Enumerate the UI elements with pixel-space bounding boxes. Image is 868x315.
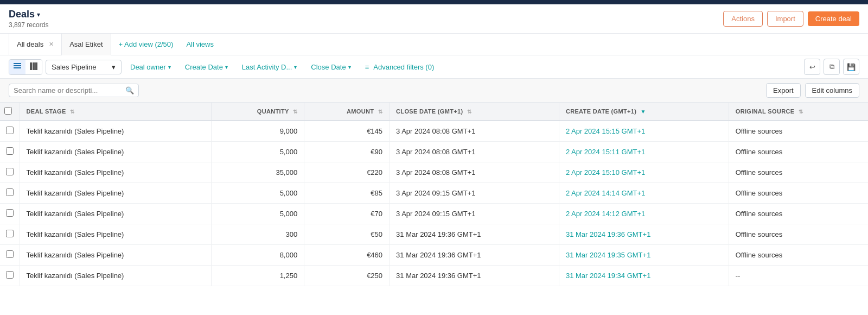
row-create-date[interactable]: 31 Mar 2024 19:36 GMT+1: [559, 224, 729, 245]
search-input-wrap[interactable]: 🔍: [9, 84, 139, 97]
header-checkbox-cell: [0, 103, 20, 121]
row-create-date[interactable]: 2 Apr 2024 14:12 GMT+1: [559, 204, 729, 224]
row-deal-stage: Teklif kazanıldı (Sales Pipeline): [20, 142, 211, 162]
row-create-date[interactable]: 31 Mar 2024 19:35 GMT+1: [559, 245, 729, 266]
row-checkbox[interactable]: [6, 147, 14, 155]
edit-columns-button[interactable]: Edit columns: [805, 83, 859, 98]
title-dropdown-icon[interactable]: ▾: [37, 11, 40, 18]
col-close-date-sort-icon: ⇅: [467, 109, 471, 115]
last-activity-filter[interactable]: Last Activity D... ▾: [237, 60, 302, 74]
row-deal-stage: Teklif kazanıldı (Sales Pipeline): [20, 266, 211, 286]
actions-button[interactable]: Actions: [723, 11, 763, 27]
col-deal-stage-label: DEAL STAGE: [27, 108, 66, 115]
col-original-source[interactable]: ORIGINAL SOURCE ⇅: [729, 103, 868, 121]
row-deal-stage: Teklif kazanıldı (Sales Pipeline): [20, 245, 211, 266]
row-original-source: Offline sources: [729, 162, 868, 183]
row-close-date: 3 Apr 2024 09:15 GMT+1: [390, 204, 559, 224]
row-checkbox-cell: [0, 224, 20, 245]
pipeline-select[interactable]: Sales Pipeline ▾: [46, 60, 122, 74]
col-amount[interactable]: AMOUNT ⇅: [304, 103, 390, 121]
row-close-date: 3 Apr 2024 08:08 GMT+1: [390, 162, 559, 183]
top-nav-bar: [0, 0, 868, 4]
create-date-filter[interactable]: Create Date ▾: [180, 60, 233, 74]
close-date-filter[interactable]: Close Date ▾: [305, 60, 356, 74]
undo-button[interactable]: ↩: [804, 59, 820, 75]
row-amount: €90: [304, 142, 390, 162]
row-checkbox-cell: [0, 183, 20, 204]
page-title: Deals: [9, 9, 35, 20]
table-body: Teklif kazanıldı (Sales Pipeline)9,000€1…: [0, 121, 868, 286]
row-amount: €50: [304, 224, 390, 245]
view-tab-asal-etiket-label: Asal Etiket: [69, 40, 103, 48]
copy-button[interactable]: ⧉: [824, 59, 840, 75]
all-views-button[interactable]: All views: [181, 34, 219, 55]
row-create-date[interactable]: 2 Apr 2024 15:11 GMT+1: [559, 142, 729, 162]
deal-owner-filter[interactable]: Deal owner ▾: [125, 60, 176, 74]
table-row: Teklif kazanıldı (Sales Pipeline)1,250€2…: [0, 266, 868, 286]
row-checkbox[interactable]: [6, 209, 14, 217]
header-left: Deals ▾ 3,897 records: [9, 9, 48, 29]
svg-rect-4: [33, 62, 35, 70]
col-quantity[interactable]: QUANTITY ⇅: [211, 103, 304, 121]
row-checkbox[interactable]: [6, 127, 14, 134]
table-row: Teklif kazanıldı (Sales Pipeline)35,000€…: [0, 162, 868, 183]
add-view-button[interactable]: + Add view (2/50): [111, 34, 181, 55]
row-quantity: 5,000: [211, 142, 304, 162]
import-button[interactable]: Import: [767, 11, 803, 27]
create-date-label: Create Date: [185, 63, 223, 71]
row-close-date: 3 Apr 2024 08:08 GMT+1: [390, 121, 559, 142]
row-original-source: Offline sources: [729, 121, 868, 142]
row-close-date: 31 Mar 2024 19:36 GMT+1: [390, 224, 559, 245]
row-quantity: 9,000: [211, 121, 304, 142]
deals-table-container[interactable]: DEAL STAGE ⇅ QUANTITY ⇅ AMOUNT ⇅ CLOSE D…: [0, 103, 868, 311]
row-checkbox[interactable]: [6, 188, 14, 196]
row-create-date[interactable]: 2 Apr 2024 15:15 GMT+1: [559, 121, 729, 142]
create-deal-button[interactable]: Create deal: [808, 11, 859, 26]
list-view-button[interactable]: [9, 60, 25, 74]
pipeline-chevron-icon: ▾: [112, 63, 116, 71]
row-checkbox[interactable]: [6, 168, 14, 175]
close-tab1-icon[interactable]: ✕: [49, 41, 54, 48]
row-checkbox[interactable]: [6, 230, 14, 237]
col-create-date[interactable]: CREATE DATE (GMT+1) ▼: [559, 103, 729, 121]
row-original-source: Offline sources: [729, 224, 868, 245]
row-checkbox[interactable]: [6, 250, 14, 258]
last-activity-label: Last Activity D...: [242, 63, 292, 71]
select-all-checkbox[interactable]: [4, 107, 12, 115]
row-create-date[interactable]: 2 Apr 2024 15:10 GMT+1: [559, 162, 729, 183]
row-quantity: 8,000: [211, 245, 304, 266]
export-button[interactable]: Export: [766, 83, 801, 98]
col-close-date[interactable]: CLOSE DATE (GMT+1) ⇅: [390, 103, 559, 121]
col-quantity-sort-icon: ⇅: [293, 109, 297, 115]
row-amount: €85: [304, 183, 390, 204]
row-original-source: --: [729, 266, 868, 286]
row-original-source: Offline sources: [729, 245, 868, 266]
row-create-date[interactable]: 31 Mar 2024 19:34 GMT+1: [559, 266, 729, 286]
search-input[interactable]: [14, 86, 125, 94]
svg-rect-5: [35, 62, 37, 70]
page-header: Deals ▾ 3,897 records Actions Import Cre…: [0, 4, 868, 34]
row-create-date[interactable]: 2 Apr 2024 14:14 GMT+1: [559, 183, 729, 204]
row-checkbox-cell: [0, 121, 20, 142]
row-checkbox[interactable]: [6, 271, 14, 279]
view-tab-all-deals-label: All deals: [17, 40, 43, 48]
view-tab-all-deals[interactable]: All deals ✕: [9, 34, 62, 55]
table-row: Teklif kazanıldı (Sales Pipeline)5,000€7…: [0, 204, 868, 224]
row-deal-stage: Teklif kazanıldı (Sales Pipeline): [20, 162, 211, 183]
create-date-chevron-icon: ▾: [225, 64, 228, 70]
view-tab-asal-etiket[interactable]: Asal Etiket: [62, 34, 111, 55]
col-deal-stage[interactable]: DEAL STAGE ⇅: [20, 103, 211, 121]
board-view-button[interactable]: [25, 60, 42, 74]
row-amount: €145: [304, 121, 390, 142]
view-toggle: [9, 59, 42, 75]
col-original-source-sort-icon: ⇅: [799, 109, 803, 115]
record-count: 3,897 records: [9, 21, 48, 29]
row-amount: €70: [304, 204, 390, 224]
filter-lines-icon: ≡: [365, 63, 369, 71]
col-original-source-label: ORIGINAL SOURCE: [736, 108, 795, 115]
save-button[interactable]: 💾: [843, 59, 859, 75]
row-close-date: 3 Apr 2024 08:08 GMT+1: [390, 142, 559, 162]
close-date-label: Close Date: [311, 63, 346, 71]
col-quantity-label: QUANTITY: [257, 108, 289, 115]
advanced-filters-button[interactable]: ≡ Advanced filters (0): [360, 60, 440, 74]
